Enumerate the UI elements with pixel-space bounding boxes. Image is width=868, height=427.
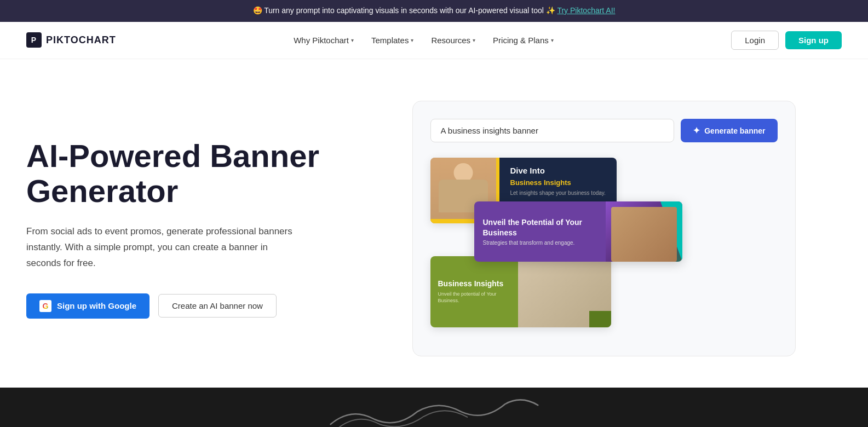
banner3-image bbox=[518, 256, 611, 327]
signature-svg bbox=[324, 391, 544, 427]
sparkle-icon: ✦ bbox=[693, 125, 700, 136]
nav-templates-label: Templates bbox=[371, 36, 409, 45]
banner3-desc: Unveil the potential of Your Business. bbox=[438, 291, 510, 304]
banner2-people bbox=[611, 207, 677, 262]
announcement-text: 🤩 Turn any prompt into captivating visua… bbox=[253, 6, 555, 15]
hero-right: ✦ Generate banner Dive Into Business Ins… bbox=[344, 101, 842, 356]
hero-title: AI-Powered Banner Generator bbox=[26, 139, 344, 209]
nav-why-label: Why Piktochart bbox=[294, 36, 349, 45]
footer-signature bbox=[324, 391, 544, 427]
nav-resources-label: Resources bbox=[431, 36, 470, 45]
banner3-green-rect bbox=[589, 311, 611, 327]
logo[interactable]: P PIKTOCHART bbox=[26, 32, 116, 48]
banner3-title: Business Insights bbox=[438, 279, 510, 288]
hero-actions: G Sign up with Google Create an AI banne… bbox=[26, 293, 344, 319]
nav-templates[interactable]: Templates ▾ bbox=[371, 36, 413, 45]
banner-prompt-input[interactable] bbox=[430, 119, 675, 142]
signup-button[interactable]: Sign up bbox=[785, 31, 842, 49]
banner-mockups: Dive Into Business Insights Let insights… bbox=[430, 158, 778, 338]
banner1-title: Dive Into bbox=[510, 165, 608, 176]
banner2-desc: Strategies that transform and engage. bbox=[483, 240, 597, 246]
banner3-content: Business Insights Unveil the potential o… bbox=[430, 256, 518, 327]
announcement-link[interactable]: Try Piktochart AI! bbox=[557, 6, 615, 15]
nav-pricing[interactable]: Pricing & Plans ▾ bbox=[493, 36, 554, 45]
hero-description: From social ads to event promos, generat… bbox=[26, 224, 300, 272]
chevron-down-icon: ▾ bbox=[411, 37, 413, 43]
chevron-down-icon: ▾ bbox=[551, 37, 554, 43]
nav-links: Why Piktochart ▾ Templates ▾ Resources ▾… bbox=[294, 36, 554, 45]
chevron-down-icon: ▾ bbox=[473, 37, 475, 43]
generate-banner-button[interactable]: ✦ Generate banner bbox=[681, 119, 777, 142]
hero-section: AI-Powered Banner Generator From social … bbox=[0, 59, 868, 388]
footer-dark bbox=[0, 388, 868, 427]
login-button[interactable]: Login bbox=[731, 31, 779, 50]
banner2-image bbox=[606, 201, 682, 262]
nav-why-piktochart[interactable]: Why Piktochart ▾ bbox=[294, 36, 354, 45]
navbar: P PIKTOCHART Why Piktochart ▾ Templates … bbox=[0, 22, 868, 59]
hero-left: AI-Powered Banner Generator From social … bbox=[26, 139, 344, 318]
banner1-subtitle: Business Insights bbox=[510, 178, 608, 187]
nav-resources[interactable]: Resources ▾ bbox=[431, 36, 475, 45]
banner2-content: Unveil the Potential of Your Business St… bbox=[474, 201, 606, 262]
banner-search-row: ✦ Generate banner bbox=[430, 119, 778, 142]
announcement-banner: 🤩 Turn any prompt into captivating visua… bbox=[0, 0, 868, 22]
logo-icon: P bbox=[26, 32, 42, 48]
generate-label: Generate banner bbox=[704, 126, 765, 135]
create-banner-button[interactable]: Create an AI banner now bbox=[158, 294, 277, 318]
nav-pricing-label: Pricing & Plans bbox=[493, 36, 549, 45]
google-signup-button[interactable]: G Sign up with Google bbox=[26, 293, 150, 319]
banner-mockup-3[interactable]: Business Insights Unveil the potential o… bbox=[430, 256, 611, 327]
logo-text: PIKTOCHART bbox=[46, 34, 116, 46]
google-icon: G bbox=[39, 300, 51, 312]
banner1-desc: Let insights shape your business today. bbox=[510, 190, 608, 196]
nav-actions: Login Sign up bbox=[731, 31, 842, 50]
banner-mockup-2[interactable]: Unveil the Potential of Your Business St… bbox=[474, 201, 682, 262]
google-signup-label: Sign up with Google bbox=[57, 301, 136, 310]
banner-preview-card: ✦ Generate banner Dive Into Business Ins… bbox=[412, 101, 796, 356]
banner2-title: Unveil the Potential of Your Business bbox=[483, 217, 597, 237]
chevron-down-icon: ▾ bbox=[351, 37, 354, 43]
